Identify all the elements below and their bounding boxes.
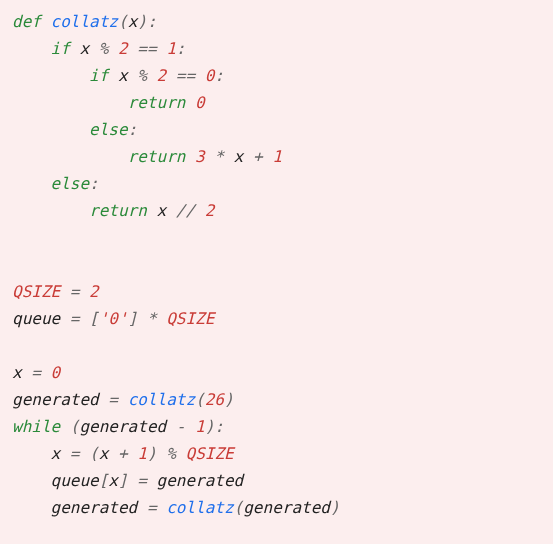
var-generated: generated <box>12 390 99 409</box>
keyword-return: return <box>89 201 147 220</box>
code-line: while (generated - 1): <box>12 417 224 436</box>
code-line: return x // 2 <box>12 201 214 220</box>
code-line: generated = collatz(26) <box>12 390 234 409</box>
var-queue: queue <box>12 309 60 328</box>
code-line: if x % 2 == 1: <box>12 39 185 58</box>
code-line: x = 0 <box>12 363 60 382</box>
code-line-blank <box>12 228 22 247</box>
keyword-while: while <box>12 417 60 436</box>
func-name: collatz <box>51 12 118 31</box>
code-line: return 3 * x + 1 <box>12 147 282 166</box>
code-line: generated = collatz(generated) <box>12 498 340 517</box>
keyword-if: if <box>89 66 108 85</box>
keyword-return: return <box>128 93 186 112</box>
param-x: x <box>128 12 138 31</box>
code-line-blank <box>12 255 22 274</box>
code-line: queue[x] = generated <box>12 471 243 490</box>
keyword-else: else <box>89 120 128 139</box>
code-line: x = (x + 1) % QSIZE <box>12 444 234 463</box>
code-line: return 0 <box>12 93 205 112</box>
code-line: def collatz(x): <box>12 12 157 31</box>
code-line: else: <box>12 120 137 139</box>
keyword-return: return <box>128 147 186 166</box>
code-line: else: <box>12 174 99 193</box>
code-line-blank <box>12 336 22 355</box>
code-block: def collatz(x): if x % 2 == 1: if x % 2 … <box>0 0 553 529</box>
keyword-def: def <box>12 12 41 31</box>
code-line: queue = ['0'] * QSIZE <box>12 309 214 328</box>
keyword-if: if <box>51 39 70 58</box>
code-line: if x % 2 == 0: <box>12 66 224 85</box>
code-line: QSIZE = 2 <box>12 282 99 301</box>
keyword-else: else <box>51 174 90 193</box>
const-qsize: QSIZE <box>12 282 60 301</box>
